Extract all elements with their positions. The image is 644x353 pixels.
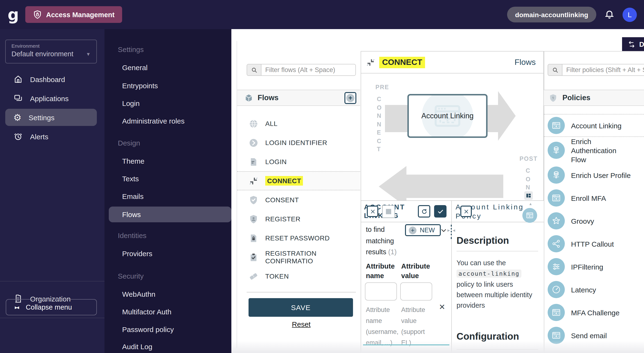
user-avatar[interactable]: L xyxy=(622,8,637,22)
environment-value: Default environment xyxy=(12,50,74,58)
policy-item-enroll-mfa[interactable]: Enroll MFA xyxy=(544,186,644,210)
reset-link[interactable]: Reset xyxy=(247,320,356,328)
policy-item-account-linking[interactable]: Account Linking xyxy=(544,114,644,137)
attribute-name-input[interactable] xyxy=(365,282,397,300)
policies-header: Policies xyxy=(544,90,644,106)
flow-item-register[interactable]: REGISTER xyxy=(237,210,360,228)
topbar: g Access Management domain-accountlinkin… xyxy=(0,0,644,29)
step-panel-body: to find matching results (1) + NEW ▸ Att… xyxy=(361,222,451,353)
subnav-section-security: Security xyxy=(118,272,144,281)
policy-item-ipfiltering[interactable]: IPFiltering xyxy=(544,255,644,278)
reset-step-button[interactable] xyxy=(418,205,430,218)
access-management-badge[interactable]: Access Management xyxy=(25,6,122,23)
collapse-menu-button[interactable]: ▸◂ Collapse menu xyxy=(6,299,97,315)
sidebar-item-applications[interactable]: Applications xyxy=(5,90,97,107)
main-sidebar: Environment Default environment ▼ Dashbo… xyxy=(0,29,104,353)
gear-icon: ⚙ xyxy=(13,113,22,122)
diagram-panel-label: Flows xyxy=(514,58,536,67)
policy-item-enrich-user-profile[interactable]: Enrich User Profile xyxy=(544,164,644,186)
sidebar-divider xyxy=(0,318,104,318)
heading-divider xyxy=(456,251,538,252)
token-ticket-icon xyxy=(248,271,258,281)
policy-item-mfa-challenge[interactable]: MFA Challenge xyxy=(544,301,644,324)
diagram-title: CONNECT xyxy=(379,56,425,68)
swap-arrows-icon xyxy=(628,40,636,48)
step-config-panel: ACCOUNT LINKING to find matching results… xyxy=(361,200,452,353)
subnav-item-texts[interactable]: Texts xyxy=(122,174,139,184)
flows-editor: Flows + ALL LOGIN IDENTIFIER LOGIN CONNE… xyxy=(231,29,644,353)
description-heading: Description xyxy=(456,235,509,246)
flow-item-login[interactable]: LOGIN xyxy=(237,152,360,171)
policies-title: Policies xyxy=(562,94,590,102)
save-button[interactable]: SAVE xyxy=(248,298,353,317)
flow-item-connect[interactable]: CONNECT xyxy=(237,171,360,190)
subnav-item-login[interactable]: Login xyxy=(122,99,140,108)
sidebar-item-alerts[interactable]: Alerts xyxy=(5,128,97,145)
shield-check-icon xyxy=(248,195,258,205)
gravitee-logo[interactable]: g xyxy=(8,8,19,21)
flow-item-login-identifier[interactable]: LOGIN IDENTIFIER xyxy=(237,133,360,152)
subnav-item-webauthn[interactable]: WebAuthn xyxy=(122,290,156,299)
chevron-down-icon[interactable] xyxy=(440,227,447,234)
flows-list-title: Flows xyxy=(258,94,278,102)
flow-item-all[interactable]: ALL xyxy=(237,114,360,133)
remove-attribute-row-icon[interactable]: ✕ xyxy=(439,302,445,312)
step-panel-header: ACCOUNT LINKING xyxy=(361,201,451,222)
drag-ghost-icon xyxy=(382,205,395,218)
policy-item-groovy[interactable]: Groovy xyxy=(544,210,644,232)
subnav-item-general[interactable]: General xyxy=(122,63,148,72)
policy-item-http-callout[interactable]: HTTP Callout xyxy=(544,232,644,255)
subnav-item-flows[interactable]: Flows xyxy=(109,206,231,222)
new-attribute-button[interactable]: + NEW xyxy=(405,224,440,236)
attribute-name-hint: Attribute name (username, email, ...) xyxy=(366,304,400,348)
flow-item-registration-confirmation[interactable]: REGISTRATION CONFIRMATIO xyxy=(237,248,360,267)
shield-bolt-icon xyxy=(548,93,558,102)
home-icon xyxy=(13,74,23,84)
database-icon xyxy=(548,166,565,184)
flow-arrow-left-head xyxy=(379,166,406,200)
subnav-item-providers[interactable]: Providers xyxy=(122,249,152,258)
sidebar-item-dashboard[interactable]: Dashboard xyxy=(5,70,97,88)
flow-item-reset-password[interactable]: RESET PASSWORD xyxy=(237,228,360,248)
filter-flows-input[interactable] xyxy=(262,64,356,75)
filter-policies-input[interactable] xyxy=(562,64,644,75)
subnav-section-design: Design xyxy=(118,138,140,148)
subnav-item-multifactor-auth[interactable]: Multifactor Auth xyxy=(122,307,172,317)
remove-step-button[interactable] xyxy=(367,206,378,217)
diagram-header: CONNECT Flows xyxy=(361,52,543,74)
subnav-item-emails[interactable]: Emails xyxy=(122,192,144,201)
subnav-item-administrative-roles[interactable]: Administrative roles xyxy=(122,116,184,126)
sidebar-item-label: Alerts xyxy=(30,132,48,140)
domain-chip[interactable]: domain-accountlinking xyxy=(507,7,596,22)
environment-selector[interactable]: Environment Default environment ▼ xyxy=(5,40,97,64)
collapse-menu-label: Collapse menu xyxy=(26,304,72,311)
policy-item-send-email[interactable]: Send email xyxy=(544,324,644,347)
refresh-icon xyxy=(420,208,428,215)
policy-item-latency[interactable]: Latency xyxy=(544,278,644,301)
account-linking-step-node[interactable]: Account Linking xyxy=(408,94,488,138)
policy-item-enrich-authentication-flow[interactable]: Enrich Authentication Flow xyxy=(544,137,644,164)
sidebar-item-settings[interactable]: ⚙ Settings xyxy=(5,109,97,126)
browser-plus-icon xyxy=(548,327,565,344)
pane-resize-arrow-icon: ▸ xyxy=(448,228,450,233)
flow-item-consent[interactable]: CONSENT xyxy=(237,190,360,210)
flow-item-token[interactable]: TOKEN xyxy=(237,267,360,286)
apply-step-button[interactable] xyxy=(434,205,446,218)
diagram-canvas[interactable]: PRE CONNECT Account Linking POST CONNECT xyxy=(361,74,543,200)
subnav-item-password-policy[interactable]: Password policy xyxy=(122,325,174,334)
close-policy-detail-button[interactable] xyxy=(460,206,472,217)
subnav-item-entrypoints[interactable]: Entrypoints xyxy=(122,81,158,91)
step-node-label: Account Linking xyxy=(422,112,474,120)
layout-toggle-icon[interactable] xyxy=(524,191,533,200)
close-icon xyxy=(463,208,469,214)
flows-list-header: Flows + xyxy=(237,90,360,106)
notifications-bell-icon[interactable] xyxy=(604,9,615,20)
subnav-item-theme[interactable]: Theme xyxy=(122,156,144,166)
add-flow-button[interactable]: + xyxy=(344,92,356,104)
attribute-value-input[interactable] xyxy=(400,282,432,300)
applications-icon xyxy=(13,94,23,103)
account-linking-policy-icon xyxy=(522,208,537,223)
design-toggle-button[interactable]: DE xyxy=(622,37,644,51)
sidebar-item-label: Settings xyxy=(28,113,54,122)
subnav-item-audit-log[interactable]: Audit Log xyxy=(122,342,152,352)
